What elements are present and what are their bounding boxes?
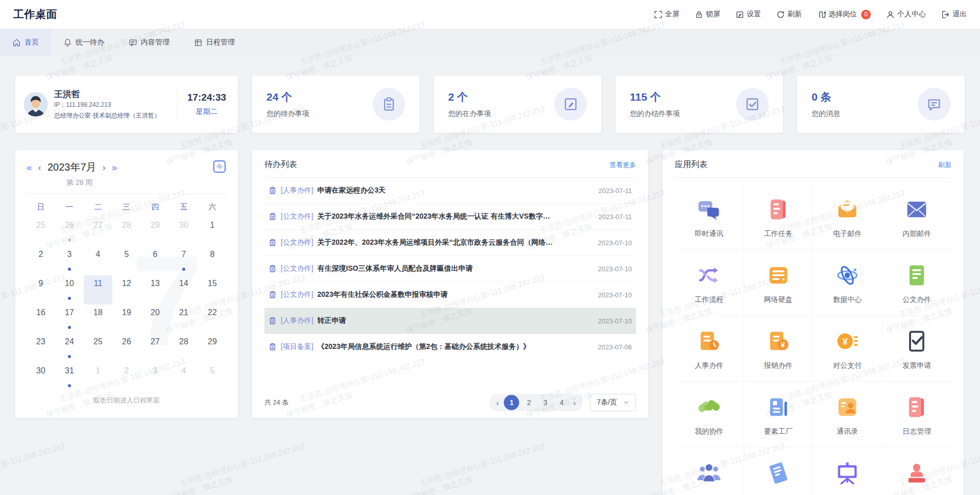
action-select-post[interactable]: 选择岗位0 [817,10,871,19]
calendar-day[interactable]: 1 [84,363,112,392]
calendar-day[interactable]: 26 [55,217,84,246]
action-logout[interactable]: 退出 [941,10,967,19]
calendar-day[interactable]: 25 [84,334,112,363]
calendar-day[interactable]: 21 [169,304,198,334]
calendar-day[interactable]: 5 [198,363,227,392]
action-profile[interactable]: 个人中心 [886,10,926,19]
stat-card-2[interactable]: 115 个您的办结件事项 [616,76,783,133]
action-fullscreen[interactable]: 全屏 [654,10,679,19]
next-page-button[interactable]: › [571,398,578,407]
calendar-day[interactable]: 10 [55,275,84,304]
todo-item[interactable]: [公文办件]2023年有生社保公积金基数申报审核申请2023-07-10 [264,282,636,308]
todo-item[interactable]: [项目备案]《2023年局信息系统运行维护（第2包：基础办公系统技术服务）》20… [264,334,636,360]
app-cell-18[interactable] [813,447,883,495]
calendar-day[interactable]: 2 [27,246,55,275]
calendar-day[interactable]: 19 [112,304,141,334]
tab-统一待办[interactable]: 统一待办 [51,29,116,56]
todo-item[interactable]: [人事办件]转正申请2023-07-10 [264,308,636,334]
app-人事办件[interactable]: 人事办件 [675,316,744,382]
page-3[interactable]: 3 [538,396,552,409]
prev-page-button[interactable]: ‹ [494,398,501,407]
app-即时通讯[interactable]: 即时通讯 [675,184,744,250]
app-cell-19[interactable] [883,447,952,495]
calendar-day[interactable]: 28 [112,217,141,246]
app-发票申请[interactable]: 发票申请 [883,316,952,382]
calendar-day[interactable]: 18 [84,304,112,334]
calendar-day[interactable]: 8 [198,246,227,275]
action-lockscreen[interactable]: 锁屏 [695,10,720,19]
calendar-day[interactable]: 2 [112,363,141,392]
calendar-day[interactable]: 5 [112,246,141,275]
calendar-day[interactable]: 24 [55,334,84,363]
action-settings[interactable]: 设置 [736,10,761,19]
calendar-day[interactable]: 30 [27,363,55,392]
calendar-day[interactable]: 11 [84,275,112,304]
app-对公支付[interactable]: ¥对公支付 [813,316,883,382]
app-日志管理[interactable]: 日志管理 [883,382,952,447]
app-cell-16[interactable] [675,447,744,495]
calendar-day[interactable]: 4 [169,363,198,392]
calendar-day[interactable]: 23 [27,334,55,363]
calendar-day[interactable]: 6 [141,246,169,275]
todo-page-size-select[interactable]: 7条/页 [590,394,636,411]
calendar-day[interactable]: 29 [141,217,169,246]
next-month-button[interactable]: › [103,162,106,172]
app-我的协作[interactable]: 我的协作 [675,382,744,447]
calendar-day[interactable]: 15 [198,275,227,304]
calendar-day[interactable]: 27 [84,217,112,246]
prev-month-button[interactable]: ‹ [38,162,41,172]
action-refresh[interactable]: 刷新 [776,10,802,19]
app-工作流程[interactable]: 工作流程 [675,250,744,316]
calendar-day[interactable]: 25 [27,217,55,246]
calendar-day[interactable]: 31 [55,363,84,392]
event-dot [68,384,71,387]
calendar-day[interactable]: 14 [169,275,198,304]
todo-item[interactable]: [人事办件]申请在家远程办公3天2023-07-11 [264,178,636,204]
calendar-day[interactable]: 30 [169,217,198,246]
calendar-day[interactable]: 7 [169,246,198,275]
apps-refresh-link[interactable]: 刷新 [938,160,951,170]
calendar-day[interactable]: 4 [84,246,112,275]
calendar-day[interactable]: 3 [55,246,84,275]
stat-card-1[interactable]: 2 个您的在办事项 [434,76,601,133]
app-要素工厂[interactable]: 要素工厂 [744,382,814,447]
todo-item[interactable]: [公文办件]关于2022年、2023年水务局运维项目外采“北京市政务云服务合同（… [264,230,636,256]
calendar-day[interactable]: 26 [112,334,141,363]
next-year-button[interactable]: » [112,162,117,172]
app-工作任务[interactable]: 工作任务 [744,184,814,250]
today-icon[interactable]: 今 [213,160,226,173]
tab-内容管理[interactable]: 内容管理 [116,29,182,56]
prev-year-button[interactable]: « [27,162,32,172]
calendar-day[interactable]: 17 [55,304,84,334]
calendar-day[interactable]: 22 [198,304,227,334]
day-number: 6 [141,250,169,259]
todo-item[interactable]: [公文办件]关于2023年水务运维外采合同“2023年水务局统一认证 有生博大V… [264,204,636,230]
stat-card-0[interactable]: 24 个您的待办事项 [252,76,420,133]
app-通讯录[interactable]: 通讯录 [813,382,883,447]
tab-日程管理[interactable]: 日程管理 [182,29,247,56]
view-more-link[interactable]: 查看更多 [609,160,636,170]
app-数据中心[interactable]: 数据中心 [813,250,883,316]
app-cell-17[interactable] [744,447,814,495]
page-1[interactable]: 1 [504,395,519,410]
todo-item[interactable]: [公文办件]有生深境ISO三体系年审人员配合及牌匾借出申请2023-07-10 [264,256,636,282]
calendar-day[interactable]: 3 [141,363,169,392]
calendar-day[interactable]: 28 [169,334,198,363]
calendar-day[interactable]: 1 [198,217,227,246]
calendar-day[interactable]: 12 [112,275,141,304]
app-报销办件[interactable]: ¥报销办件 [744,316,814,382]
calendar-day[interactable]: 27 [141,334,169,363]
calendar-day[interactable]: 20 [141,304,169,334]
app-内部邮件[interactable]: 内部邮件 [883,184,952,250]
calendar-day[interactable]: 16 [27,304,55,334]
page-4[interactable]: 4 [555,396,568,409]
stat-card-3[interactable]: 0 条您的消息 [797,76,965,133]
app-电子邮件[interactable]: 电子邮件 [813,184,883,250]
app-公文办件[interactable]: 公文办件 [883,250,952,316]
page-2[interactable]: 2 [522,396,535,409]
tab-首页[interactable]: 首页 [0,29,51,56]
calendar-day[interactable]: 29 [198,334,227,363]
app-网络硬盘[interactable]: 网络硬盘 [744,250,814,316]
calendar-day[interactable]: 13 [141,275,169,304]
calendar-day[interactable]: 9 [27,275,55,304]
